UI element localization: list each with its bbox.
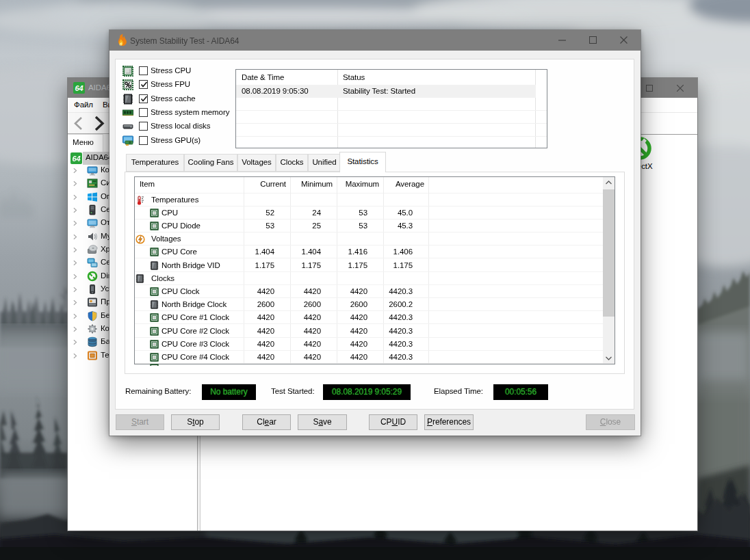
- svg-text:64: 64: [72, 155, 80, 163]
- svg-text:64: 64: [75, 84, 83, 92]
